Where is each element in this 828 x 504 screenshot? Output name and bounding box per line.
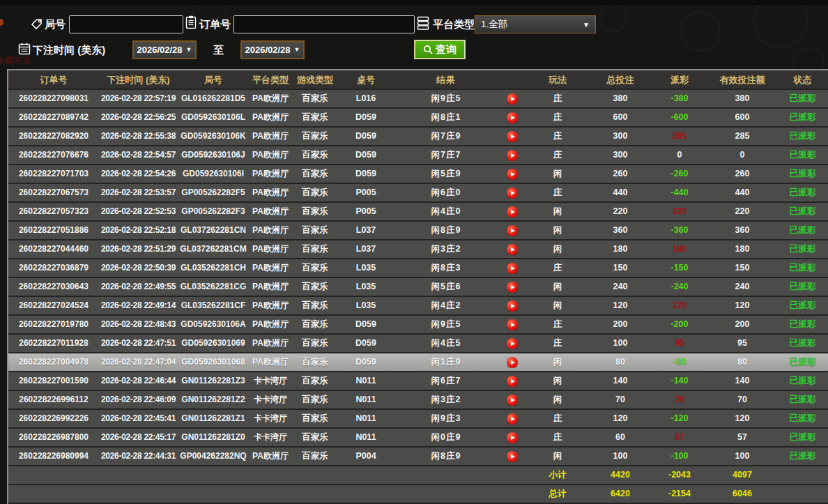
play-video-button[interactable] <box>507 451 518 462</box>
cell-total_bet: 100 <box>589 448 652 464</box>
column-header-payout: 派彩 <box>652 72 707 88</box>
play-video-button[interactable] <box>507 282 518 293</box>
play-icon <box>511 285 515 289</box>
cell-total_bet: 80 <box>589 354 652 370</box>
cell-bet_time: 2026-02-28 22:45:41 <box>99 411 178 427</box>
play-video-button[interactable] <box>507 263 518 274</box>
cell-play <box>498 112 526 123</box>
play-icon <box>511 135 515 139</box>
play-icon <box>511 417 515 421</box>
cell-bet_on: 庄 <box>526 411 589 427</box>
cell-valid_bet: 70 <box>707 392 777 408</box>
cell-result: 闲8庄9 <box>394 448 498 464</box>
cell-valid_bet: 0 <box>707 147 777 163</box>
play-video-button[interactable] <box>507 244 518 255</box>
cell-game_no: GL035262281CH <box>178 260 249 276</box>
table-row[interactable]: 2602282270573232026-02-28 22:52:53GP0052… <box>8 203 828 222</box>
cell-result: 闲0庄9 <box>394 429 498 445</box>
cell-payout: -380 <box>652 91 707 107</box>
cell-game_no: GD0592630106J <box>178 147 249 163</box>
table-row[interactable]: 2602282269809942026-02-28 22:44:31GP0042… <box>8 448 828 466</box>
cell-bet_time: 2026-02-28 22:47:04 <box>99 354 178 370</box>
play-video-button[interactable] <box>507 376 518 387</box>
play-video-button[interactable] <box>507 225 518 236</box>
table-row[interactable]: 2602282270675732026-02-28 22:53:57GP0052… <box>8 184 828 203</box>
play-video-button[interactable] <box>507 112 518 123</box>
cell-game_no: GN011262281Z1 <box>178 411 249 427</box>
play-video-button[interactable] <box>507 169 518 180</box>
cell-game_type: 百家乐 <box>292 411 338 427</box>
cell-game_no: GD0592630106A <box>178 316 249 333</box>
cell-total_bet: 360 <box>589 222 652 238</box>
play-video-button[interactable] <box>507 206 518 217</box>
cell-game_type: 百家乐 <box>292 91 338 107</box>
cell-play <box>498 225 526 236</box>
table-row[interactable]: 2602282270897422026-02-28 22:56:25GD0592… <box>8 109 828 128</box>
top-strip <box>0 0 828 5</box>
cell-bet_on: 闲 <box>526 222 589 238</box>
cell-payout: 0 <box>652 147 707 163</box>
table-row[interactable]: 2602282270197802026-02-28 22:48:43GD0592… <box>8 316 828 335</box>
table-row[interactable]: 2602282270980312026-02-28 22:57:19GL0162… <box>8 90 828 109</box>
play-video-button[interactable] <box>507 338 518 349</box>
cell-total_bet: 220 <box>589 204 652 220</box>
table-row[interactable]: 2602282270015902026-02-28 22:46:44GN0112… <box>8 372 828 391</box>
table-header-row: 订单号下注时间 (美东)局号平台类型游戏类型桌号结果玩法总投注派彩有效投注额状态 <box>8 70 828 90</box>
cell-order_no: 260228227071703 <box>8 166 99 182</box>
date-from-select[interactable]: 2026/02/28 ▼ <box>132 40 197 59</box>
cell-result: 闲3庄2 <box>394 392 498 408</box>
cell-bet_on: 闲 <box>526 241 589 257</box>
date-to-select[interactable]: 2026/02/28 ▼ <box>240 40 305 59</box>
table-row[interactable]: 2602282270245242026-02-28 22:49:14GL0352… <box>8 297 828 316</box>
play-video-button[interactable] <box>507 300 518 312</box>
cell-total_bet: 440 <box>589 185 652 201</box>
play-video-button[interactable] <box>507 93 518 105</box>
table-row[interactable]: 2602282270444602026-02-28 22:51:29GL0372… <box>8 240 828 259</box>
play-video-button[interactable] <box>507 432 518 443</box>
table-row[interactable]: 2602282270829202026-02-28 22:55:38GD0592… <box>8 128 828 146</box>
play-icon <box>511 229 515 233</box>
cell-play <box>498 169 526 180</box>
platform-type-select[interactable]: 1.全部 ▼ <box>475 15 596 33</box>
cell-table_no: L035 <box>338 298 394 314</box>
table-row[interactable]: 2602282269922262026-02-28 22:45:41GN0112… <box>8 410 828 429</box>
cell-bet_time: 2026-02-28 22:57:19 <box>99 91 178 107</box>
table-row[interactable]: 2602282269878002026-02-28 22:45:17GN0112… <box>8 429 828 448</box>
play-video-button[interactable] <box>507 150 518 161</box>
cell-game_type: 百家乐 <box>292 335 338 351</box>
cell-bet_on: 庄 <box>526 128 589 144</box>
play-video-button[interactable] <box>507 319 518 330</box>
order-no-input[interactable] <box>233 15 415 33</box>
table-row[interactable]: 2602282269961122026-02-28 22:46:09GN0112… <box>8 391 828 410</box>
cell-bet_time: 2026-02-28 22:52:18 <box>99 222 178 238</box>
cell-total_bet: 180 <box>589 241 652 257</box>
cell-game_no: GN011262281Z2 <box>178 392 249 408</box>
cell-payout: -260 <box>652 166 707 182</box>
game-no-label: 局号 <box>45 15 66 33</box>
play-video-button[interactable] <box>507 188 518 199</box>
table-row[interactable]: 2602282270306432026-02-28 22:49:55GL0352… <box>8 278 828 297</box>
query-button-label: 查询 <box>436 43 457 56</box>
column-header-table_no: 桌号 <box>338 72 394 88</box>
platform-type-label: 平台类型 <box>433 15 475 33</box>
table-row-selected[interactable]: 2602282270049782026-02-28 22:47:04GD0592… <box>8 353 828 372</box>
cell-valid_bet: 285 <box>707 128 777 144</box>
table-row[interactable]: 2602282270518862026-02-28 22:52:18GL0372… <box>8 222 828 240</box>
play-video-button[interactable] <box>507 131 518 142</box>
table-row[interactable]: 2602282270766762026-02-28 22:54:57GD0592… <box>8 146 828 165</box>
table-row[interactable]: 2602282270368792026-02-28 22:50:39GL0352… <box>8 259 828 278</box>
table-row[interactable]: 2602282270119282026-02-28 22:47:51GD0592… <box>8 335 828 353</box>
play-video-button[interactable] <box>507 357 518 368</box>
cell-order_no: 260228226987800 <box>8 429 99 445</box>
play-video-button[interactable] <box>507 395 518 406</box>
subtotal-row-total_bet: 4420 <box>589 467 652 483</box>
game-no-input[interactable] <box>69 15 183 33</box>
grand-total-row: 总计6420-21546046 <box>8 485 828 504</box>
cell-table_no: N011 <box>338 373 394 389</box>
play-video-button[interactable] <box>507 413 518 425</box>
cell-bet_time: 2026-02-28 22:54:57 <box>99 147 178 163</box>
table-row[interactable]: 2602282270717032026-02-28 22:54:26GD0592… <box>8 165 828 184</box>
query-button[interactable]: 查询 <box>414 40 466 59</box>
cell-valid_bet: 120 <box>707 411 777 427</box>
cell-table_no: L035 <box>338 279 394 295</box>
